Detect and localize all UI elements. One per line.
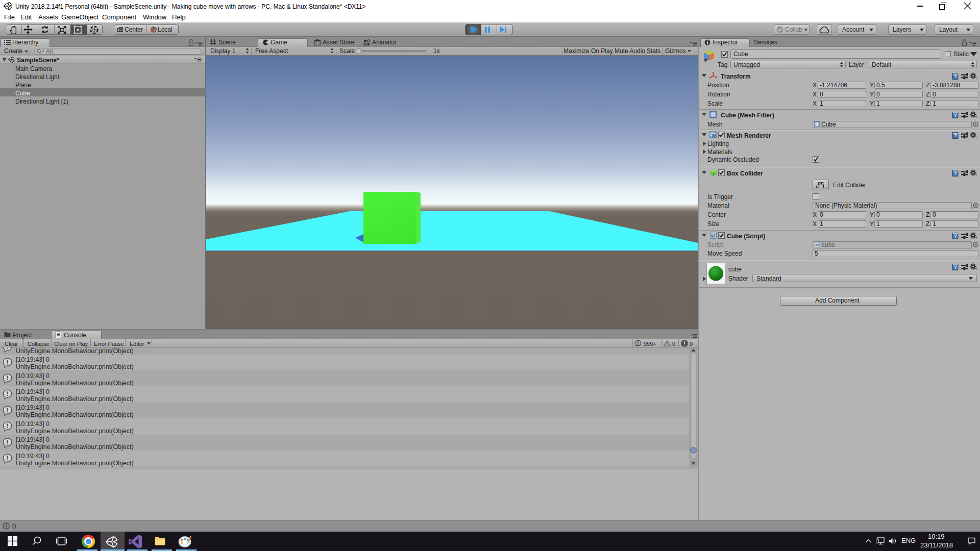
svg-text:?: ? bbox=[954, 265, 957, 270]
svg-text:?: ? bbox=[954, 74, 957, 79]
svg-text:?: ? bbox=[954, 234, 957, 239]
svg-text:?: ? bbox=[954, 133, 957, 138]
svg-text:c#: c# bbox=[712, 234, 716, 237]
svg-text:?: ? bbox=[954, 171, 957, 176]
svg-text:?: ? bbox=[954, 113, 957, 118]
svg-text:c#: c# bbox=[816, 243, 819, 246]
